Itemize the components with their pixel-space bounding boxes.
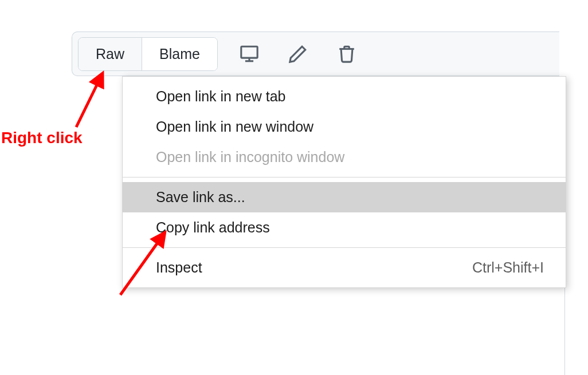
menu-section-open: Open link in new tab Open link in new wi…	[123, 77, 566, 177]
menu-item-inspect[interactable]: Inspect Ctrl+Shift+I	[123, 252, 566, 283]
icon-button-group	[238, 42, 358, 65]
svg-line-4	[76, 76, 101, 127]
svg-line-6	[120, 235, 163, 295]
menu-item-save-link-as[interactable]: Save link as...	[123, 182, 566, 212]
menu-item-open-new-tab[interactable]: Open link in new tab	[123, 81, 566, 112]
menu-section-save: Save link as... Copy link address	[123, 177, 566, 247]
menu-item-open-new-window[interactable]: Open link in new window	[123, 112, 566, 142]
context-menu: Open link in new tab Open link in new wi…	[122, 76, 566, 288]
menu-item-open-incognito: Open link in incognito window	[123, 142, 566, 172]
annotation-arrow-icon	[106, 226, 181, 301]
desktop-icon[interactable]	[238, 42, 261, 65]
menu-shortcut: Ctrl+Shift+I	[472, 259, 566, 276]
trash-icon[interactable]	[335, 42, 358, 65]
raw-button[interactable]: Raw	[79, 38, 142, 70]
view-button-group: Raw Blame	[78, 37, 218, 71]
blame-button[interactable]: Blame	[142, 38, 217, 70]
annotation-arrow-icon	[66, 67, 123, 136]
menu-section-inspect: Inspect Ctrl+Shift+I	[123, 248, 566, 287]
pencil-icon[interactable]	[287, 42, 309, 65]
menu-item-copy-link-address[interactable]: Copy link address	[123, 212, 566, 243]
file-toolbar: Raw Blame	[72, 31, 559, 76]
svg-rect-0	[241, 46, 257, 58]
